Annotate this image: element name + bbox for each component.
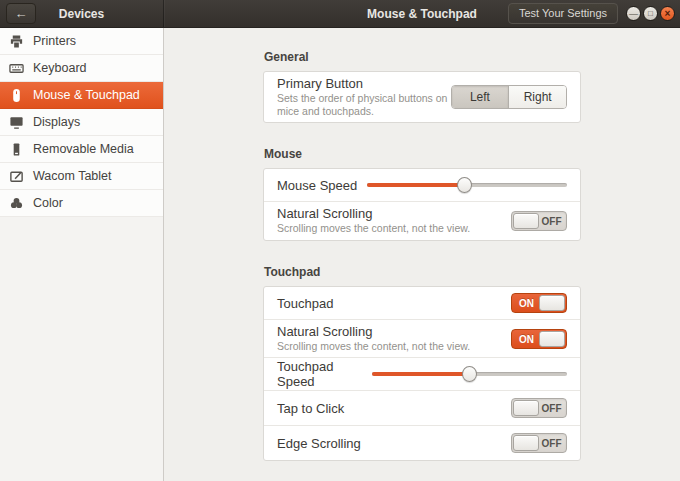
sidebar-item-mouse-touchpad[interactable]: Mouse & Touchpad: [0, 82, 163, 109]
primary-button-label: Primary Button: [277, 76, 451, 91]
sidebar-item-color[interactable]: Color: [0, 190, 163, 217]
mouse-card: Mouse Speed Natural Scrolling Scrolling …: [263, 168, 581, 241]
touchpad-natural-scrolling-text: Natural Scrolling Scrolling moves the co…: [277, 324, 470, 353]
mouse-speed-slider[interactable]: [367, 177, 567, 193]
primary-button-left-option[interactable]: Left: [452, 86, 510, 108]
toggle-state-label: OFF: [537, 434, 566, 454]
touchpad-speed-slider[interactable]: [372, 366, 567, 382]
tap-to-click-toggle[interactable]: OFF: [511, 398, 567, 418]
sidebar-item-label: Color: [33, 196, 63, 210]
edge-scrolling-row: Edge Scrolling OFF: [264, 426, 580, 460]
back-arrow-icon: ←: [15, 6, 28, 21]
edge-scrolling-label: Edge Scrolling: [277, 436, 361, 451]
sidebar-item-label: Displays: [33, 115, 80, 129]
section-general: General Primary Button Sets the order of…: [263, 50, 581, 123]
printer-icon: [9, 34, 24, 49]
minimize-icon: —: [629, 9, 638, 19]
touchpad-natural-scrolling-description: Scrolling moves the content, not the vie…: [277, 340, 470, 353]
mouse-natural-scrolling-description: Scrolling moves the content, not the vie…: [277, 222, 470, 235]
display-icon: [9, 115, 24, 130]
mouse-speed-label: Mouse Speed: [277, 178, 357, 193]
sidebar-item-printers[interactable]: Printers: [0, 28, 163, 55]
primary-button-row: Primary Button Sets the order of physica…: [264, 72, 580, 122]
toggle-knob: [539, 331, 565, 347]
keyboard-icon: [9, 61, 24, 76]
slider-fill: [372, 372, 469, 376]
sidebar-item-label: Printers: [33, 34, 76, 48]
tap-to-click-label: Tap to Click: [277, 401, 344, 416]
touchpad-enable-label: Touchpad: [277, 296, 333, 311]
toggle-state-label: ON: [512, 294, 541, 314]
sidebar-item-keyboard[interactable]: Keyboard: [0, 55, 163, 82]
touchpad-speed-label: Touchpad Speed: [277, 359, 372, 389]
maximize-button[interactable]: □: [643, 6, 658, 21]
touchpad-natural-scrolling-row: Natural Scrolling Scrolling moves the co…: [264, 320, 580, 358]
window-controls: — □ ×: [626, 6, 675, 21]
titlebar-right: Mouse & Touchpad Test Your Settings — □ …: [164, 0, 680, 27]
close-icon: ×: [665, 8, 671, 19]
mouse-natural-scrolling-toggle[interactable]: OFF: [511, 211, 567, 231]
app-body: Printers Keyboard Mouse & Touchpad Displ…: [0, 28, 680, 481]
mouse-icon: [9, 88, 24, 103]
toggle-knob: [513, 435, 539, 451]
test-your-settings-button[interactable]: Test Your Settings: [508, 3, 618, 24]
sidebar-item-displays[interactable]: Displays: [0, 109, 163, 136]
sidebar-item-label: Keyboard: [33, 61, 87, 75]
section-title-general: General: [264, 50, 581, 64]
toggle-knob: [539, 295, 565, 311]
maximize-icon: □: [648, 9, 653, 18]
touchpad-natural-scrolling-label: Natural Scrolling: [277, 324, 470, 339]
settings-content: General Primary Button Sets the order of…: [164, 28, 680, 481]
sidebar-item-removable-media[interactable]: Removable Media: [0, 136, 163, 163]
minimize-button[interactable]: —: [626, 6, 641, 21]
toggle-knob: [513, 400, 539, 416]
mouse-natural-scrolling-label: Natural Scrolling: [277, 206, 470, 221]
touchpad-speed-row: Touchpad Speed: [264, 358, 580, 391]
mouse-natural-scrolling-text: Natural Scrolling Scrolling moves the co…: [277, 206, 470, 235]
titlebar-left: ← Devices: [0, 0, 164, 27]
slider-handle[interactable]: [462, 366, 477, 382]
sidebar-item-wacom-tablet[interactable]: Wacom Tablet: [0, 163, 163, 190]
section-mouse: Mouse Mouse Speed Natural Scrolling Scro…: [263, 147, 581, 241]
back-button[interactable]: ←: [6, 3, 36, 24]
mouse-natural-scrolling-row: Natural Scrolling Scrolling moves the co…: [264, 202, 580, 240]
primary-button-segmented-control: Left Right: [451, 85, 567, 109]
close-button[interactable]: ×: [660, 6, 675, 21]
slider-handle[interactable]: [457, 177, 472, 193]
sidebar-item-label: Wacom Tablet: [33, 169, 112, 183]
primary-button-text: Primary Button Sets the order of physica…: [277, 76, 451, 118]
slider-fill: [367, 183, 465, 187]
removable-media-icon: [9, 142, 24, 157]
toggle-state-label: OFF: [537, 212, 566, 232]
primary-button-right-option[interactable]: Right: [509, 86, 566, 108]
mouse-speed-row: Mouse Speed: [264, 169, 580, 202]
touchpad-natural-scrolling-toggle[interactable]: ON: [511, 329, 567, 349]
toggle-state-label: ON: [512, 330, 541, 350]
section-touchpad: Touchpad Touchpad ON Natural Scrolling S…: [263, 265, 581, 461]
edge-scrolling-toggle[interactable]: OFF: [511, 433, 567, 453]
general-card: Primary Button Sets the order of physica…: [263, 71, 581, 123]
color-icon: [9, 196, 24, 211]
section-title-touchpad: Touchpad: [264, 265, 581, 279]
sidebar-item-label: Mouse & Touchpad: [33, 88, 140, 102]
touchpad-enable-row: Touchpad ON: [264, 287, 580, 320]
toggle-knob: [513, 213, 539, 229]
section-title-mouse: Mouse: [264, 147, 581, 161]
wacom-tablet-icon: [9, 169, 24, 184]
tap-to-click-row: Tap to Click OFF: [264, 391, 580, 426]
titlebar: ← Devices Mouse & Touchpad Test Your Set…: [0, 0, 680, 28]
primary-button-description: Sets the order of physical buttons on mi…: [277, 92, 453, 118]
touchpad-enable-toggle[interactable]: ON: [511, 293, 567, 313]
toggle-state-label: OFF: [537, 399, 566, 419]
sidebar: Printers Keyboard Mouse & Touchpad Displ…: [0, 28, 164, 481]
sidebar-item-label: Removable Media: [33, 142, 134, 156]
touchpad-card: Touchpad ON Natural Scrolling Scrolling …: [263, 286, 581, 461]
